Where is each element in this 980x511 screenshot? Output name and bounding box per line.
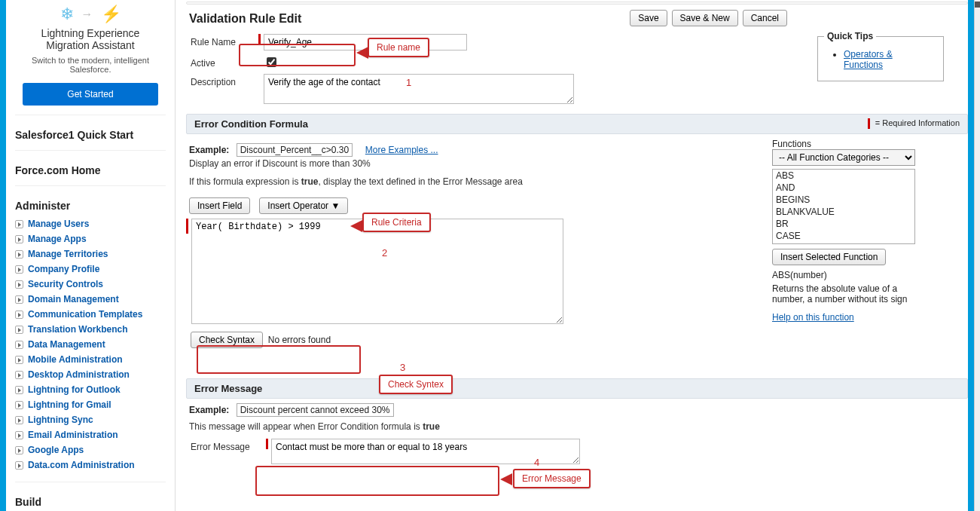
- promo-title-line-2: Migration Assistant: [20, 39, 161, 51]
- sidebar-item-label: Desktop Administration: [28, 369, 130, 380]
- sidebar-item-lightning-sync[interactable]: Lightning Sync: [15, 412, 166, 427]
- syntax-result-text: No errors found: [268, 335, 331, 345]
- function-signature: ABS(number): [772, 270, 968, 280]
- flower-icon: ❄: [60, 5, 74, 24]
- save-and-new-button[interactable]: Save & New: [672, 10, 738, 26]
- help-on-function-link[interactable]: Help on this function: [772, 312, 854, 323]
- sidebar-item-desktop-administration[interactable]: Desktop Administration: [15, 367, 166, 382]
- scrollbar-thumb[interactable]: [975, 2, 980, 8]
- function-option-and[interactable]: AND: [773, 182, 914, 194]
- description-textarea[interactable]: Verify the age of the contact: [264, 74, 574, 104]
- chevron-right-icon: [15, 431, 23, 439]
- rule-name-label: Rule Name: [191, 34, 258, 47]
- error-explain-prefix: This message will appear when Error Cond…: [189, 421, 423, 432]
- cancel-button[interactable]: Cancel: [743, 10, 787, 26]
- error-message-header: Error Message: [186, 378, 968, 399]
- sidebar-item-label: Domain Management: [28, 294, 119, 304]
- annotation-arrow-icon: [356, 47, 368, 59]
- required-indicator: [258, 34, 261, 44]
- quick-tips-box: Quick Tips Operators & Functions: [817, 36, 944, 81]
- chevron-right-icon: [15, 295, 23, 304]
- sidebar-item-manage-apps[interactable]: Manage Apps: [15, 231, 166, 246]
- sidebar-item-mobile-administration[interactable]: Mobile Administration: [15, 352, 166, 367]
- sidebar-item-label: Manage Apps: [28, 234, 87, 244]
- formula-textarea[interactable]: Year( Birthdate) > 1999: [191, 219, 563, 324]
- save-button[interactable]: Save: [630, 10, 667, 26]
- more-examples-link[interactable]: More Examples ...: [365, 145, 438, 155]
- page-title: Validation Rule Edit: [186, 5, 301, 32]
- annotation-arrow-icon: [500, 473, 512, 485]
- function-option-begins[interactable]: BEGINS: [773, 194, 914, 206]
- check-syntax-button[interactable]: Check Syntax: [191, 332, 263, 348]
- function-category-select[interactable]: -- All Function Categories --: [772, 149, 915, 166]
- sidebar-quick-start[interactable]: Salesforce1 Quick Start: [15, 129, 166, 141]
- active-checkbox[interactable]: [267, 57, 276, 67]
- error-condition-title: Error Condition Formula: [194, 118, 308, 130]
- error-message-title: Error Message: [194, 383, 262, 394]
- chevron-right-icon: [15, 311, 23, 319]
- chevron-right-icon: [15, 341, 23, 349]
- error-message-field-label: Error Message: [191, 439, 266, 452]
- sidebar-item-domain-management[interactable]: Domain Management: [15, 292, 166, 307]
- sidebar-item-company-profile[interactable]: Company Profile: [15, 262, 166, 277]
- sidebar-item-email-administration[interactable]: Email Administration: [15, 427, 166, 442]
- error-example-text: Discount percent cannot exceed 30%: [237, 403, 394, 417]
- sidebar-item-security-controls[interactable]: Security Controls: [15, 277, 166, 292]
- sidebar-item-label: Security Controls: [28, 279, 103, 289]
- chevron-right-icon: [15, 265, 23, 274]
- required-note: = Required Information: [875, 118, 960, 127]
- function-option-br[interactable]: BR: [773, 218, 914, 230]
- function-option-abs[interactable]: ABS: [773, 170, 914, 182]
- function-option-blankvalue[interactable]: BLANKVALUE: [773, 206, 914, 218]
- sidebar-item-lightning-outlook[interactable]: Lightning for Outlook: [15, 382, 166, 397]
- error-condition-header: Error Condition Formula = Required Infor…: [186, 114, 968, 134]
- sidebar-item-label: Translation Workbench: [28, 324, 127, 335]
- sidebar-item-translation-workbench[interactable]: Translation Workbench: [15, 322, 166, 337]
- formula-explain-prefix: If this formula expression is: [189, 176, 301, 187]
- annotation-box-check-syntax: [197, 345, 361, 374]
- right-accent-rail: [968, 0, 974, 511]
- error-explain-bold: true: [423, 421, 440, 432]
- quick-tips-title: Quick Tips: [824, 31, 876, 41]
- insert-operator-button[interactable]: Insert Operator ▼: [259, 197, 348, 214]
- sidebar-home[interactable]: Force.com Home: [15, 164, 166, 176]
- operators-functions-link[interactable]: Operators & Functions: [844, 49, 893, 70]
- example-code: Discount_Percent__c>0.30: [237, 143, 353, 157]
- function-description: Returns the absolute value of a number, …: [772, 283, 915, 304]
- insert-selected-function-button[interactable]: Insert Selected Function: [772, 249, 886, 265]
- get-started-button[interactable]: Get Started: [23, 83, 158, 106]
- function-option-case[interactable]: CASE: [773, 230, 914, 242]
- insert-field-button[interactable]: Insert Field: [189, 197, 250, 214]
- sidebar-item-label: Communication Templates: [28, 309, 142, 320]
- sidebar-item-datacom-administration[interactable]: Data.com Administration: [15, 457, 166, 473]
- annotation-box-error-message: [255, 466, 499, 496]
- functions-label: Functions: [772, 139, 968, 149]
- required-indicator: [186, 219, 188, 234]
- sidebar-item-lightning-gmail[interactable]: Lightning for Gmail: [15, 397, 166, 412]
- description-label: Description: [191, 74, 258, 87]
- chevron-right-icon: [15, 356, 23, 364]
- arrow-right-icon: →: [81, 8, 93, 21]
- required-indicator: [266, 439, 268, 449]
- sidebar-item-google-apps[interactable]: Google Apps: [15, 442, 166, 457]
- chevron-right-icon: [15, 386, 23, 394]
- sidebar-item-label: Data.com Administration: [28, 460, 135, 470]
- chevron-right-icon: [15, 280, 23, 289]
- sidebar-item-data-management[interactable]: Data Management: [15, 337, 166, 352]
- chevron-right-icon: [15, 250, 23, 259]
- sidebar-build-header: Build: [15, 496, 166, 508]
- sidebar-item-manage-territories[interactable]: Manage Territories: [15, 246, 166, 262]
- sidebar-item-manage-users[interactable]: Manage Users: [15, 216, 166, 231]
- vertical-scrollbar[interactable]: [974, 0, 980, 511]
- annotation-label-error-message: Error Message: [513, 469, 591, 488]
- chevron-right-icon: [15, 446, 23, 454]
- error-message-textarea[interactable]: Contact must be more than or equal to 18…: [271, 439, 580, 464]
- sidebar-item-label: Email Administration: [28, 430, 118, 440]
- chevron-right-icon: [15, 416, 23, 424]
- function-list[interactable]: ABS AND BEGINS BLANKVALUE BR CASE: [772, 169, 915, 244]
- error-example-label: Example:: [189, 405, 229, 415]
- sidebar-item-communication-templates[interactable]: Communication Templates: [15, 307, 166, 322]
- sidebar-item-label: Company Profile: [28, 264, 99, 274]
- annotation-number-3: 3: [400, 362, 405, 373]
- migration-promo: ❄ → ⚡ Lightning Experience Migration Ass…: [15, 3, 166, 115]
